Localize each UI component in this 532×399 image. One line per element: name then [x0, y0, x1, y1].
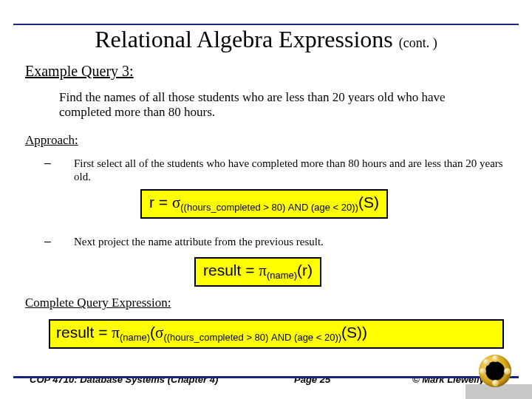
query-description: Find the names of all those students who… — [59, 90, 495, 120]
slide-title: Relational Algebra Expressions (cont. ) — [0, 26, 532, 53]
logo-star-point — [492, 380, 499, 386]
title-main: Relational Algebra Expressions — [95, 26, 392, 52]
logo-star-point — [492, 355, 499, 362]
formula-lhs: result = — [56, 324, 112, 341]
logo-outer-ring — [479, 355, 511, 387]
step-text: Next project the name attribute from the… — [74, 235, 510, 248]
sigma-subscript: ((hours_completed > 80) AND (age < 20)) — [163, 332, 341, 343]
formula-projection: result = π(name)(r) — [194, 257, 321, 287]
approach-step-1: – First select all of the students who h… — [44, 157, 510, 183]
complete-query-heading: Complete Query Expression: — [25, 296, 171, 310]
sigma-symbol: σ — [172, 194, 180, 211]
pi-symbol: π — [112, 324, 120, 341]
step-text: First select all of the students who hav… — [74, 157, 510, 183]
top-divider — [13, 24, 519, 25]
formula-lhs: r = — [149, 194, 172, 211]
bottom-divider — [13, 376, 519, 378]
logo-star-point — [504, 368, 511, 375]
sigma-symbol: σ — [155, 324, 163, 341]
logo-star-point — [480, 368, 486, 375]
formula-selection: r = σ((hours_completed > 80) AND (age < … — [140, 189, 388, 219]
formula-tail: (S) — [358, 194, 379, 211]
pi-subscript: (name) — [120, 332, 150, 343]
example-query-heading: Example Query 3: — [25, 63, 134, 80]
approach-step-2: – Next project the name attribute from t… — [44, 235, 510, 248]
formula-lhs: result = — [203, 262, 259, 279]
ucf-logo — [479, 355, 511, 387]
approach-heading: Approach: — [25, 133, 78, 148]
sigma-subscript: ((hours_completed > 80) AND (age < 20)) — [180, 202, 358, 213]
pi-subscript: (name) — [267, 270, 297, 281]
pi-symbol: π — [259, 262, 267, 279]
logo-star-point — [483, 359, 490, 366]
bullet-dash: – — [44, 235, 74, 248]
slide: Relational Algebra Expressions (cont. ) … — [0, 0, 532, 399]
title-cont: (cont. ) — [399, 35, 437, 50]
formula-tail: (S)) — [341, 324, 367, 341]
bullet-dash: – — [44, 157, 74, 183]
formula-complete: result = π(name)(σ((hours_completed > 80… — [49, 319, 504, 349]
formula-tail: (r) — [297, 262, 313, 279]
